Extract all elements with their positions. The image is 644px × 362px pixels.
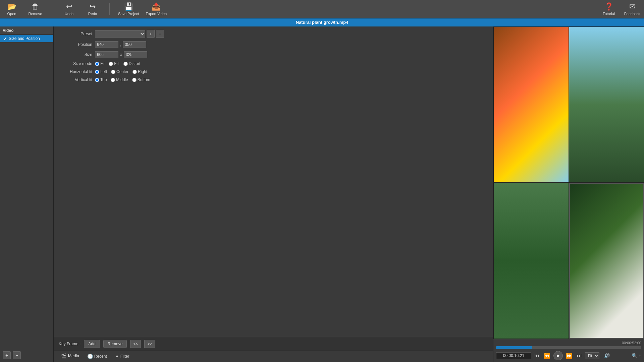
keyframe-area: Key Frame : Add Remove << >> <box>54 337 493 351</box>
fill-radio[interactable] <box>109 62 113 66</box>
tab-filter[interactable]: ✦ Filter <box>111 352 133 361</box>
size-h-input[interactable] <box>124 51 147 58</box>
zoom-in-button[interactable]: + <box>639 353 641 358</box>
tutorial-label: Tutorial <box>603 12 615 16</box>
right-radio-label[interactable]: Right <box>132 69 147 74</box>
distort-radio-label[interactable]: Distort <box>123 61 141 66</box>
size-mode-row: Size mode Fit Fill Distort <box>59 61 488 66</box>
tab-recent[interactable]: 🕐 Recent <box>83 352 111 361</box>
bottom-radio-label[interactable]: Bottom <box>132 77 150 82</box>
keyframe-add-button[interactable]: Add <box>84 340 100 348</box>
play-button[interactable]: ▶ <box>553 351 563 360</box>
right-panel: 00:06:52:00 ⏮ ⏪ ▶ ⏩ ⏭ Fit 🔊 🔍 + <box>493 26 644 362</box>
h-right-radio[interactable] <box>132 70 137 74</box>
skip-to-end-button[interactable]: ⏭ <box>576 352 583 360</box>
fit-radio-label[interactable]: Fit <box>95 61 105 66</box>
fill-radio-label[interactable]: Fill <box>109 61 119 66</box>
fit-select[interactable]: Fit <box>585 352 599 359</box>
middle-radio-label[interactable]: Middle <box>111 77 128 82</box>
project-title: Natural plant growth.mp4 <box>296 20 348 25</box>
left-panel-header: Video <box>0 26 53 35</box>
preview-cell-1 <box>493 26 569 183</box>
rewind-button[interactable]: ⏪ <box>543 352 551 360</box>
media-tab-label: Media <box>68 354 79 358</box>
remove-item-button[interactable]: − <box>13 351 21 359</box>
total-time: 00:06:52:00 <box>622 341 641 345</box>
preview-timeline-bar[interactable] <box>496 346 641 349</box>
center-panel: Preset + − Position , Size <box>54 26 493 362</box>
save-icon: 💾 <box>124 2 133 11</box>
size-position-item[interactable]: Size and Position <box>0 35 53 42</box>
open-button[interactable]: 📂 Open <box>3 2 20 16</box>
redo-icon: ↪ <box>90 2 96 11</box>
filter-tab-icon: ✦ <box>115 354 119 359</box>
preview-overlay <box>569 183 644 339</box>
keyframe-prev-button[interactable]: << <box>130 340 141 348</box>
volume-icon[interactable]: 🔊 <box>604 353 610 358</box>
save-project-button[interactable]: 💾 Save Project <box>118 2 139 16</box>
tab-media[interactable]: 🎬 Media <box>57 351 83 361</box>
separator-1 <box>52 3 52 15</box>
h-fit-row: Horizontal fit Left Center Right <box>59 69 488 74</box>
main-toolbar: 📂 Open 🗑 Remove ↩ Undo ↪ Redo 💾 Save Pro… <box>0 0 644 18</box>
v-fit-row: Vertical fit Top Middle Bottom <box>59 77 488 82</box>
recent-tab-icon: 🕐 <box>87 354 93 359</box>
remove-button[interactable]: 🗑 Remove <box>27 2 44 16</box>
size-mode-radios: Fit Fill Distort <box>95 61 140 66</box>
v-middle-radio[interactable] <box>111 78 115 82</box>
export-icon: 📤 <box>152 2 161 11</box>
transport-row: ⏮ ⏪ ▶ ⏩ ⏭ Fit 🔊 🔍 + <box>496 351 641 360</box>
h-fit-label: Horizontal fit <box>59 69 92 74</box>
position-y-input[interactable] <box>123 41 146 48</box>
undo-button[interactable]: ↩ Undo <box>61 2 77 16</box>
preview-time-display: 00:06:52:00 <box>496 341 641 345</box>
h-left-radio[interactable] <box>95 70 99 74</box>
zoom-out-button[interactable]: 🔍 <box>632 353 637 358</box>
v-bottom-radio[interactable] <box>132 78 137 82</box>
separator-2 <box>109 3 110 15</box>
position-x-input[interactable] <box>95 41 118 48</box>
preview-cell-3 <box>493 183 569 339</box>
h-fit-radios: Left Center Right <box>95 69 147 74</box>
export-video-button[interactable]: 📤 Export Video <box>146 2 167 16</box>
top-radio-label[interactable]: Top <box>95 77 107 82</box>
size-position-checkbox[interactable] <box>3 37 7 41</box>
size-position-label: Size and Position <box>9 36 40 41</box>
size-mode-label: Size mode <box>59 61 92 66</box>
left-panel-title: Video <box>3 28 13 33</box>
center-radio-label[interactable]: Center <box>111 69 128 74</box>
tutorial-button[interactable]: ❓ Tutorial <box>600 2 617 16</box>
redo-button[interactable]: ↪ Redo <box>84 2 101 16</box>
fast-forward-button[interactable]: ⏩ <box>565 352 574 360</box>
v-top-radio[interactable] <box>95 78 99 82</box>
filter-tab-label: Filter <box>120 354 129 359</box>
feedback-button[interactable]: ✉ Feedback <box>624 2 641 16</box>
fit-radio[interactable] <box>95 62 99 66</box>
preset-label: Preset <box>59 32 92 36</box>
preset-row: Preset + − <box>59 30 488 38</box>
preview-grid <box>493 26 644 339</box>
undo-icon: ↩ <box>66 2 72 11</box>
left-radio-label[interactable]: Left <box>95 69 107 74</box>
preview-timeline-fill <box>496 346 532 349</box>
undo-label: Undo <box>65 12 73 16</box>
remove-icon: 🗑 <box>32 2 39 11</box>
skip-to-start-button[interactable]: ⏮ <box>533 352 541 360</box>
preset-select[interactable] <box>95 30 145 38</box>
preset-remove-button[interactable]: − <box>156 30 164 38</box>
media-tab-icon: 🎬 <box>61 353 67 359</box>
keyframe-next-button[interactable]: >> <box>144 340 155 348</box>
position-row: Position , <box>59 41 488 48</box>
timecode-input[interactable] <box>496 352 531 359</box>
v-fit-label: Vertical fit <box>59 77 92 82</box>
keyframe-remove-button[interactable]: Remove <box>103 340 127 348</box>
preview-controls: 00:06:52:00 ⏮ ⏪ ▶ ⏩ ⏭ Fit 🔊 🔍 + <box>493 339 644 362</box>
main-content: Video Size and Position + − Preset + − <box>0 26 644 362</box>
distort-radio[interactable] <box>123 62 128 66</box>
h-center-radio[interactable] <box>111 70 115 74</box>
media-tabs: 🎬 Media 🕐 Recent ✦ Filter <box>54 351 493 362</box>
feedback-label: Feedback <box>624 12 640 16</box>
preset-add-button[interactable]: + <box>147 30 155 38</box>
size-w-input[interactable] <box>95 51 118 58</box>
add-item-button[interactable]: + <box>3 351 11 359</box>
